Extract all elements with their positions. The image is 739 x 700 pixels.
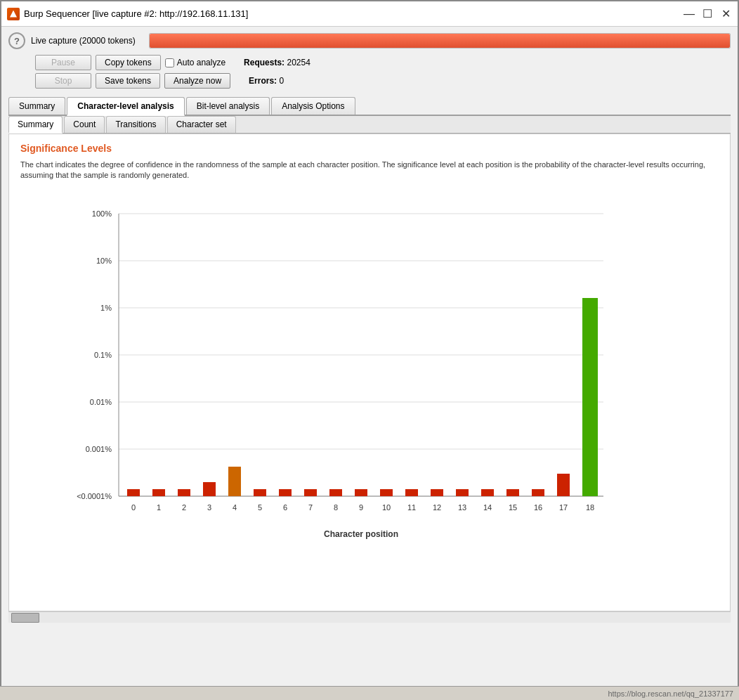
window-title: Burp Sequencer [live capture #2: http://… <box>24 8 248 19</box>
svg-text:10%: 10% <box>96 257 112 265</box>
svg-text:4: 4 <box>233 503 237 512</box>
horizontal-scrollbar[interactable] <box>8 611 731 623</box>
bar-14 <box>481 489 494 496</box>
svg-text:<0.0001%: <0.0001% <box>77 492 112 500</box>
svg-text:0: 0 <box>131 503 136 512</box>
save-tokens-button[interactable]: Save tokens <box>96 73 160 89</box>
bar-2 <box>178 489 190 496</box>
svg-text:0.1%: 0.1% <box>94 351 112 359</box>
requests-label: Requests: 20254 <box>244 58 310 67</box>
errors-label-text: Errors: <box>249 76 277 86</box>
tab-inner-summary[interactable]: Summary <box>8 116 63 134</box>
bar-8 <box>329 489 342 496</box>
controls-row-1: Pause Copy tokens Auto analyze Requests:… <box>8 55 731 70</box>
svg-text:15: 15 <box>509 503 517 512</box>
stop-button[interactable]: Stop <box>35 73 91 89</box>
svg-text:2: 2 <box>182 503 186 512</box>
requests-value: 20254 <box>287 58 310 67</box>
controls-row-2: Stop Save tokens Analyze now Errors: 0 <box>8 73 731 89</box>
bar-16 <box>532 489 544 496</box>
significance-chart: 100% 10% 1% 0.1% 0.01% 0.001% <0.0001% <box>20 193 632 558</box>
svg-text:100%: 100% <box>92 209 112 218</box>
bar-9 <box>355 489 367 496</box>
svg-text:1%: 1% <box>100 304 112 312</box>
bar-18 <box>582 298 598 496</box>
title-bar: Burp Sequencer [live capture #2: http://… <box>1 1 738 27</box>
auto-analyze-text: Auto analyze <box>177 58 225 67</box>
tab-inner-count[interactable]: Count <box>64 116 105 133</box>
svg-text:3: 3 <box>207 503 211 512</box>
chart-description: The chart indicates the degree of confid… <box>20 160 719 181</box>
bar-1 <box>152 489 165 496</box>
capture-header: ? Live capture (20000 tokens) <box>8 32 731 49</box>
progress-bar-container <box>149 33 731 48</box>
minimize-button[interactable]: — <box>683 8 695 20</box>
tab-inner-character-set[interactable]: Character set <box>167 116 236 133</box>
bar-7 <box>304 489 317 496</box>
svg-text:17: 17 <box>559 503 568 512</box>
svg-text:1: 1 <box>157 503 161 512</box>
window-frame: Burp Sequencer [live capture #2: http://… <box>0 0 739 700</box>
auto-analyze-checkbox[interactable] <box>165 58 174 67</box>
copy-tokens-button[interactable]: Copy tokens <box>96 55 161 70</box>
bar-4 <box>228 467 241 496</box>
close-button[interactable]: ✕ <box>719 8 732 20</box>
errors-label: Errors: 0 <box>249 76 284 86</box>
auto-analyze-label: Auto analyze <box>165 58 225 67</box>
svg-text:8: 8 <box>334 503 338 512</box>
bar-10 <box>380 489 393 496</box>
chart-title: Significance Levels <box>20 143 719 154</box>
svg-text:10: 10 <box>382 503 391 512</box>
bar-3 <box>203 482 216 496</box>
bar-17 <box>557 474 570 496</box>
bar-11 <box>405 489 418 496</box>
app-icon <box>7 8 20 20</box>
bar-15 <box>506 489 519 496</box>
svg-text:13: 13 <box>458 503 466 512</box>
svg-text:7: 7 <box>308 503 313 512</box>
bar-6 <box>279 489 292 496</box>
svg-text:16: 16 <box>534 503 542 512</box>
tab-summary[interactable]: Summary <box>8 97 65 115</box>
requests-label-text: Requests: <box>244 58 285 67</box>
errors-value: 0 <box>279 76 284 86</box>
status-url: https://blog.rescan.net/qq_21337177 <box>608 689 736 698</box>
tab-character-level[interactable]: Character-level analysis <box>67 97 184 116</box>
svg-text:0.001%: 0.001% <box>86 445 112 453</box>
status-bar: https://blog.rescan.net/qq_21337177 <box>0 686 739 700</box>
svg-text:9: 9 <box>359 503 363 512</box>
pause-button[interactable]: Pause <box>35 55 91 70</box>
bar-12 <box>431 489 443 496</box>
scrollbar-thumb-h[interactable] <box>11 613 39 623</box>
svg-text:14: 14 <box>483 503 492 512</box>
svg-text:12: 12 <box>433 503 441 512</box>
svg-text:5: 5 <box>258 503 262 512</box>
tab-bit-level[interactable]: Bit-level analysis <box>186 97 270 115</box>
svg-text:6: 6 <box>283 503 287 512</box>
svg-text:11: 11 <box>407 503 416 512</box>
help-icon[interactable]: ? <box>8 32 25 49</box>
content-wrapper: ? Live capture (20000 tokens) Pause Copy… <box>1 27 738 699</box>
bar-0 <box>127 489 140 496</box>
bar-5 <box>254 489 266 496</box>
x-axis-label: Character position <box>324 529 398 539</box>
bar-13 <box>456 489 469 496</box>
svg-text:0.01%: 0.01% <box>90 398 112 406</box>
progress-bar-fill <box>150 34 730 48</box>
tab-inner-transitions[interactable]: Transitions <box>106 116 165 133</box>
chart-svg-wrap: 100% 10% 1% 0.1% 0.01% 0.001% <0.0001% <box>20 193 719 560</box>
tab-analysis-options[interactable]: Analysis Options <box>271 97 355 115</box>
title-controls: — ☐ ✕ <box>683 8 732 20</box>
svg-text:18: 18 <box>586 503 594 512</box>
capture-label: Live capture (20000 tokens) <box>31 36 143 46</box>
inner-tabs: Summary Count Transitions Character set <box>8 116 731 134</box>
chart-area: Significance Levels The chart indicates … <box>8 134 731 611</box>
analyze-now-button[interactable]: Analyze now <box>164 73 230 89</box>
title-bar-left: Burp Sequencer [live capture #2: http://… <box>7 8 248 20</box>
maximize-button[interactable]: ☐ <box>701 8 714 20</box>
outer-tabs: Summary Character-level analysis Bit-lev… <box>8 97 731 116</box>
